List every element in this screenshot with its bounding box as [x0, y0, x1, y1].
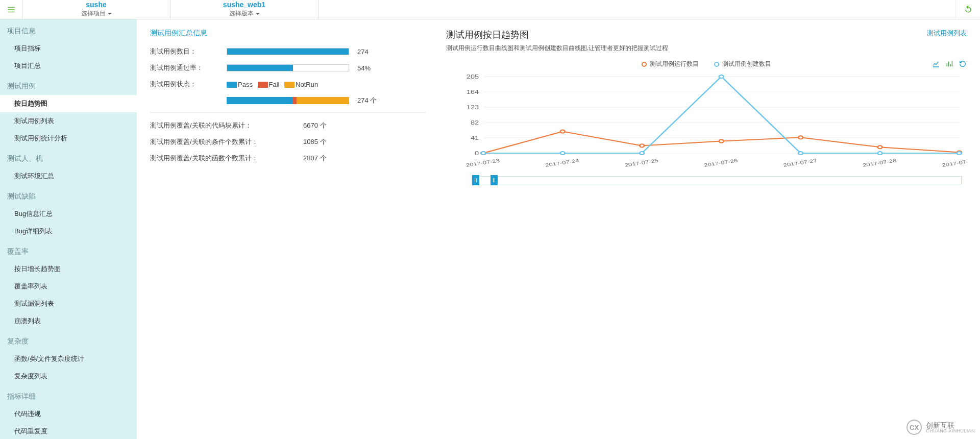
sidebar-group-defects: 测试缺陷 — [0, 185, 137, 205]
sidebar-item-daily-trend[interactable]: 按日趋势图 — [0, 95, 137, 112]
refresh-icon — [963, 5, 973, 15]
testcase-list-link[interactable]: 测试用例列表 — [927, 29, 967, 38]
summary-panel: 测试用例汇总信息 测试用例数目： 274 测试用例通过率： 54% 测试用例状态… — [150, 29, 426, 170]
chart-panel: 测试用例按日趋势图 测试用例列表 测试用例运行数目曲线图和测试用例创建数目曲线图… — [446, 29, 967, 184]
trend-chart[interactable]: 041821231642052017-07-232017-07-242017-0… — [446, 71, 967, 168]
chart-subtitle: 测试用例运行数目曲线图和测试用例创建数目曲线图,让管理者更好的把握测试过程 — [446, 44, 967, 53]
slider-handle-left[interactable] — [472, 175, 479, 185]
layout: 项目信息 项目指标 项目汇总 测试用例 按日趋势图 测试用例列表 测试用例统计分… — [0, 19, 980, 439]
label-status: 测试用例状态： — [150, 80, 227, 89]
sidebar[interactable]: 项目信息 项目指标 项目汇总 测试用例 按日趋势图 测试用例列表 测试用例统计分… — [0, 19, 137, 439]
refresh-button[interactable] — [955, 0, 980, 19]
legend-run[interactable]: 测试用例运行数目 — [642, 60, 699, 68]
legend-notrun: NotRun — [296, 81, 318, 88]
tab-project-name: sushe — [86, 1, 106, 8]
svg-point-22 — [719, 140, 724, 143]
sidebar-item-crash-list[interactable]: 崩溃列表 — [0, 312, 137, 330]
legend-pass: Pass — [238, 81, 253, 88]
value-testcase-count: 274 — [357, 48, 369, 56]
chart-refresh-icon[interactable] — [959, 60, 967, 68]
row-status-legend: 测试用例状态： Pass Fail NotRun — [150, 80, 426, 89]
svg-point-29 — [719, 75, 724, 78]
chart-line-icon[interactable] — [932, 60, 940, 68]
swatch-pass — [227, 82, 237, 88]
sidebar-item-complexity-stats[interactable]: 函数/类/文件复杂度统计 — [0, 350, 137, 368]
svg-text:2017-07-29: 2017-07-29 — [941, 158, 967, 167]
sidebar-item-bug-summary[interactable]: Bug信息汇总 — [0, 205, 137, 223]
row-cov-cond: 测试用例覆盖/关联的条件个数累计： 1085 个 — [150, 137, 426, 147]
summary-title: 测试用例汇总信息 — [150, 29, 426, 38]
svg-text:2017-07-27: 2017-07-27 — [782, 158, 817, 167]
value-status: 274 个 — [357, 96, 377, 105]
sidebar-item-leak-list[interactable]: 测试漏洞列表 — [0, 295, 137, 312]
divider — [150, 112, 426, 113]
svg-text:0: 0 — [475, 151, 479, 156]
svg-point-23 — [798, 136, 803, 139]
legend-create[interactable]: 测试用例创建数目 — [714, 60, 771, 68]
label-cov-func: 测试用例覆盖/关联的函数个数累计： — [150, 154, 303, 163]
slider-handle-right[interactable] — [491, 175, 498, 185]
svg-point-20 — [560, 130, 565, 133]
svg-text:164: 164 — [467, 89, 479, 95]
chart-bar-icon[interactable] — [945, 60, 953, 68]
value-cov-cond: 1085 个 — [303, 137, 327, 147]
swatch-fail — [258, 82, 268, 88]
row-cov-block: 测试用例覆盖/关联的代码块累计： 6670 个 — [150, 121, 426, 130]
svg-text:82: 82 — [471, 120, 479, 126]
sidebar-group-project-info: 项目信息 — [0, 19, 137, 40]
tab-version-name: sushe_web1 — [223, 1, 265, 8]
chart-legend: 测试用例运行数目 测试用例创建数目 — [446, 60, 967, 68]
row-passrate: 测试用例通过率： 54% — [150, 63, 426, 72]
swatch-notrun — [284, 82, 295, 88]
sidebar-item-complexity-list[interactable]: 复杂度列表 — [0, 368, 137, 385]
chart-wrap: 测试用例运行数目 测试用例创建数目 041821231642052017-07-… — [446, 60, 967, 184]
tab-version-sublabel: 选择版本 — [229, 9, 260, 18]
row-cov-func: 测试用例覆盖/关联的函数个数累计： 2807 个 — [150, 154, 426, 163]
row-status-bar: 274 个 — [150, 96, 426, 105]
tab-project[interactable]: sushe 选择项目 — [22, 0, 170, 19]
svg-point-28 — [640, 152, 644, 155]
value-passrate: 54% — [357, 64, 371, 72]
sidebar-group-tester-machine: 测试人、机 — [0, 147, 137, 167]
svg-point-31 — [878, 152, 883, 155]
svg-point-27 — [560, 152, 565, 155]
svg-text:41: 41 — [471, 135, 479, 141]
legend-marker-run-icon — [642, 62, 647, 67]
sidebar-item-coverage-trend[interactable]: 按日增长趋势图 — [0, 260, 137, 278]
sidebar-group-testcase: 测试用例 — [0, 75, 137, 95]
sidebar-item-testcase-stats[interactable]: 测试用例统计分析 — [0, 130, 137, 147]
label-passrate: 测试用例通过率： — [150, 63, 227, 72]
legend-marker-create-icon — [714, 62, 719, 67]
sidebar-group-complexity: 复杂度 — [0, 330, 137, 350]
sidebar-item-bug-list[interactable]: Bug详细列表 — [0, 223, 137, 240]
sidebar-group-coverage: 覆盖率 — [0, 240, 137, 260]
svg-text:2017-07-28: 2017-07-28 — [862, 158, 897, 167]
sidebar-item-project-summary[interactable]: 项目汇总 — [0, 57, 137, 75]
topbar: sushe 选择项目 sushe_web1 选择版本 — [0, 0, 980, 19]
svg-text:2017-07-23: 2017-07-23 — [465, 158, 500, 167]
sidebar-item-coverage-list[interactable]: 覆盖率列表 — [0, 278, 137, 295]
svg-point-26 — [481, 152, 485, 155]
tab-version[interactable]: sushe_web1 选择版本 — [170, 0, 318, 19]
svg-text:205: 205 — [467, 74, 479, 80]
svg-point-21 — [640, 144, 644, 147]
svg-point-30 — [798, 152, 803, 155]
sidebar-item-testcase-list[interactable]: 测试用例列表 — [0, 112, 137, 130]
row-testcase-count: 测试用例数目： 274 — [150, 47, 426, 56]
sidebar-item-project-metrics[interactable]: 项目指标 — [0, 40, 137, 57]
chart-tools — [932, 60, 967, 68]
sidebar-item-code-violation[interactable]: 代码违规 — [0, 405, 137, 423]
sidebar-item-env-summary[interactable]: 测试环境汇总 — [0, 167, 137, 185]
label-testcase-count: 测试用例数目： — [150, 47, 227, 56]
content: 测试用例汇总信息 测试用例数目： 274 测试用例通过率： 54% 测试用例状态… — [137, 19, 980, 439]
chart-range-slider[interactable] — [472, 176, 962, 184]
value-cov-block: 6670 个 — [303, 121, 327, 130]
sidebar-item-code-duplication[interactable]: 代码重复度 — [0, 423, 137, 439]
bar-status-stacked — [227, 97, 349, 104]
svg-text:2017-07-25: 2017-07-25 — [624, 158, 659, 167]
sidebar-group-metric-detail: 指标详细 — [0, 385, 137, 405]
svg-text:2017-07-26: 2017-07-26 — [703, 158, 738, 167]
svg-text:123: 123 — [467, 105, 479, 110]
chart-title: 测试用例按日趋势图 — [446, 29, 529, 41]
menu-toggle-button[interactable] — [0, 0, 22, 19]
